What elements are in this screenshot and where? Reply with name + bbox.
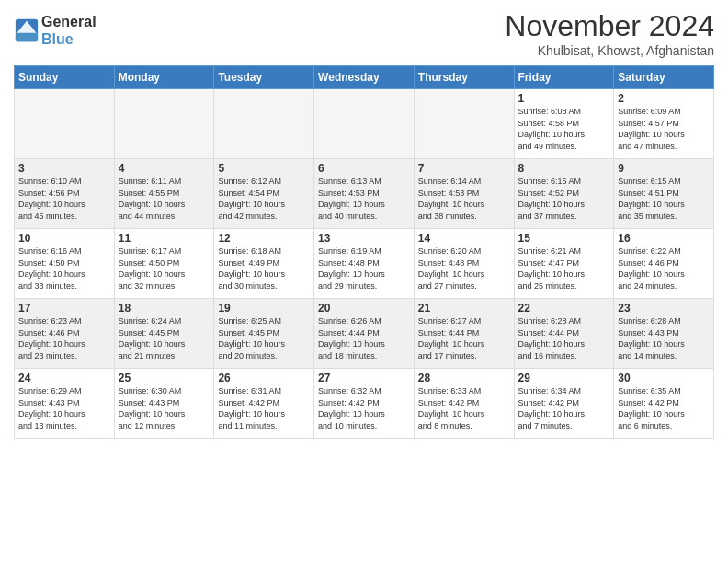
calendar-cell [15, 89, 115, 159]
day-info: Sunrise: 6:22 AMSunset: 4:46 PMDaylight:… [618, 246, 710, 292]
day-number: 9 [618, 162, 710, 175]
weekday-header-wednesday: Wednesday [314, 66, 415, 89]
day-number: 29 [518, 372, 610, 385]
calendar-cell: 28Sunrise: 6:33 AMSunset: 4:42 PMDayligh… [414, 369, 514, 439]
calendar-cell [314, 89, 415, 159]
calendar-cell: 19Sunrise: 6:25 AMSunset: 4:45 PMDayligh… [214, 299, 314, 369]
logo: General Blue [14, 13, 97, 48]
logo-text: General Blue [41, 13, 97, 48]
day-info: Sunrise: 6:30 AMSunset: 4:43 PMDaylight:… [119, 385, 210, 431]
weekday-header-thursday: Thursday [414, 66, 514, 89]
weekday-header-friday: Friday [514, 66, 614, 89]
title-block: November 2024 Khulbisat, Khowst, Afghani… [505, 9, 714, 58]
calendar-week-4: 17Sunrise: 6:23 AMSunset: 4:46 PMDayligh… [15, 299, 714, 369]
month-title: November 2024 [505, 9, 714, 43]
day-info: Sunrise: 6:31 AMSunset: 4:42 PMDaylight:… [218, 385, 310, 431]
day-number: 19 [218, 302, 310, 315]
calendar-week-1: 1Sunrise: 6:08 AMSunset: 4:58 PMDaylight… [15, 89, 714, 159]
calendar-cell: 24Sunrise: 6:29 AMSunset: 4:43 PMDayligh… [15, 369, 115, 439]
calendar-cell: 13Sunrise: 6:19 AMSunset: 4:48 PMDayligh… [314, 229, 415, 299]
day-number: 17 [18, 302, 110, 315]
calendar-cell: 22Sunrise: 6:28 AMSunset: 4:44 PMDayligh… [514, 299, 614, 369]
calendar-cell: 10Sunrise: 6:16 AMSunset: 4:50 PMDayligh… [15, 229, 115, 299]
calendar-cell: 8Sunrise: 6:15 AMSunset: 4:52 PMDaylight… [514, 159, 614, 229]
weekday-header-monday: Monday [114, 66, 214, 89]
calendar-week-3: 10Sunrise: 6:16 AMSunset: 4:50 PMDayligh… [15, 229, 714, 299]
calendar-cell: 9Sunrise: 6:15 AMSunset: 4:51 PMDaylight… [614, 159, 714, 229]
calendar-cell: 20Sunrise: 6:26 AMSunset: 4:44 PMDayligh… [314, 299, 415, 369]
calendar-cell: 29Sunrise: 6:34 AMSunset: 4:42 PMDayligh… [514, 369, 614, 439]
calendar-cell [114, 89, 214, 159]
day-info: Sunrise: 6:32 AMSunset: 4:42 PMDaylight:… [318, 385, 410, 431]
day-info: Sunrise: 6:10 AMSunset: 4:56 PMDaylight:… [18, 176, 110, 222]
calendar-cell: 26Sunrise: 6:31 AMSunset: 4:42 PMDayligh… [214, 369, 314, 439]
day-number: 15 [518, 232, 610, 245]
day-info: Sunrise: 6:15 AMSunset: 4:52 PMDaylight:… [518, 176, 610, 222]
day-info: Sunrise: 6:16 AMSunset: 4:50 PMDaylight:… [18, 246, 110, 292]
page-header: General Blue November 2024 Khulbisat, Kh… [14, 9, 714, 58]
day-number: 16 [618, 232, 710, 245]
day-number: 13 [318, 232, 410, 245]
day-number: 21 [418, 302, 510, 315]
day-number: 18 [119, 302, 210, 315]
calendar-cell: 2Sunrise: 6:09 AMSunset: 4:57 PMDaylight… [614, 89, 714, 159]
day-number: 10 [18, 232, 110, 245]
calendar-cell: 7Sunrise: 6:14 AMSunset: 4:53 PMDaylight… [414, 159, 514, 229]
day-info: Sunrise: 6:23 AMSunset: 4:46 PMDaylight:… [18, 316, 110, 362]
calendar-cell: 5Sunrise: 6:12 AMSunset: 4:54 PMDaylight… [214, 159, 314, 229]
day-info: Sunrise: 6:09 AMSunset: 4:57 PMDaylight:… [618, 106, 710, 152]
day-info: Sunrise: 6:21 AMSunset: 4:47 PMDaylight:… [518, 246, 610, 292]
calendar-cell: 18Sunrise: 6:24 AMSunset: 4:45 PMDayligh… [114, 299, 214, 369]
day-number: 6 [318, 162, 410, 175]
day-number: 4 [119, 162, 210, 175]
day-info: Sunrise: 6:19 AMSunset: 4:48 PMDaylight:… [318, 246, 410, 292]
day-info: Sunrise: 6:28 AMSunset: 4:43 PMDaylight:… [618, 316, 710, 362]
calendar-cell: 30Sunrise: 6:35 AMSunset: 4:42 PMDayligh… [614, 369, 714, 439]
day-number: 25 [119, 372, 210, 385]
day-info: Sunrise: 6:17 AMSunset: 4:50 PMDaylight:… [119, 246, 210, 292]
calendar-cell: 17Sunrise: 6:23 AMSunset: 4:46 PMDayligh… [15, 299, 115, 369]
day-number: 2 [618, 92, 710, 105]
day-number: 20 [318, 302, 410, 315]
calendar-cell: 12Sunrise: 6:18 AMSunset: 4:49 PMDayligh… [214, 229, 314, 299]
svg-rect-2 [16, 33, 38, 41]
day-info: Sunrise: 6:29 AMSunset: 4:43 PMDaylight:… [18, 385, 110, 431]
calendar-cell: 4Sunrise: 6:11 AMSunset: 4:55 PMDaylight… [114, 159, 214, 229]
day-info: Sunrise: 6:28 AMSunset: 4:44 PMDaylight:… [518, 316, 610, 362]
day-info: Sunrise: 6:27 AMSunset: 4:44 PMDaylight:… [418, 316, 510, 362]
day-number: 24 [18, 372, 110, 385]
day-number: 1 [518, 92, 610, 105]
calendar-table: SundayMondayTuesdayWednesdayThursdayFrid… [14, 65, 714, 439]
day-info: Sunrise: 6:11 AMSunset: 4:55 PMDaylight:… [119, 176, 210, 222]
calendar-cell: 25Sunrise: 6:30 AMSunset: 4:43 PMDayligh… [114, 369, 214, 439]
day-number: 22 [518, 302, 610, 315]
weekday-header-row: SundayMondayTuesdayWednesdayThursdayFrid… [15, 66, 714, 89]
calendar-cell: 27Sunrise: 6:32 AMSunset: 4:42 PMDayligh… [314, 369, 415, 439]
day-number: 14 [418, 232, 510, 245]
day-number: 3 [18, 162, 110, 175]
day-number: 28 [418, 372, 510, 385]
calendar-cell: 21Sunrise: 6:27 AMSunset: 4:44 PMDayligh… [414, 299, 514, 369]
day-number: 26 [218, 372, 310, 385]
calendar-cell: 3Sunrise: 6:10 AMSunset: 4:56 PMDaylight… [15, 159, 115, 229]
day-info: Sunrise: 6:15 AMSunset: 4:51 PMDaylight:… [618, 176, 710, 222]
calendar-cell: 14Sunrise: 6:20 AMSunset: 4:48 PMDayligh… [414, 229, 514, 299]
day-number: 11 [119, 232, 210, 245]
day-info: Sunrise: 6:25 AMSunset: 4:45 PMDaylight:… [218, 316, 310, 362]
day-info: Sunrise: 6:35 AMSunset: 4:42 PMDaylight:… [618, 385, 710, 431]
day-number: 5 [218, 162, 310, 175]
day-number: 23 [618, 302, 710, 315]
day-info: Sunrise: 6:08 AMSunset: 4:58 PMDaylight:… [518, 106, 610, 152]
day-info: Sunrise: 6:13 AMSunset: 4:53 PMDaylight:… [318, 176, 410, 222]
calendar-week-5: 24Sunrise: 6:29 AMSunset: 4:43 PMDayligh… [15, 369, 714, 439]
day-number: 7 [418, 162, 510, 175]
day-info: Sunrise: 6:24 AMSunset: 4:45 PMDaylight:… [119, 316, 210, 362]
day-number: 8 [518, 162, 610, 175]
day-number: 30 [618, 372, 710, 385]
calendar-cell: 1Sunrise: 6:08 AMSunset: 4:58 PMDaylight… [514, 89, 614, 159]
calendar-cell: 15Sunrise: 6:21 AMSunset: 4:47 PMDayligh… [514, 229, 614, 299]
day-info: Sunrise: 6:14 AMSunset: 4:53 PMDaylight:… [418, 176, 510, 222]
day-number: 27 [318, 372, 410, 385]
weekday-header-saturday: Saturday [614, 66, 714, 89]
calendar-page: General Blue November 2024 Khulbisat, Kh… [0, 0, 728, 563]
